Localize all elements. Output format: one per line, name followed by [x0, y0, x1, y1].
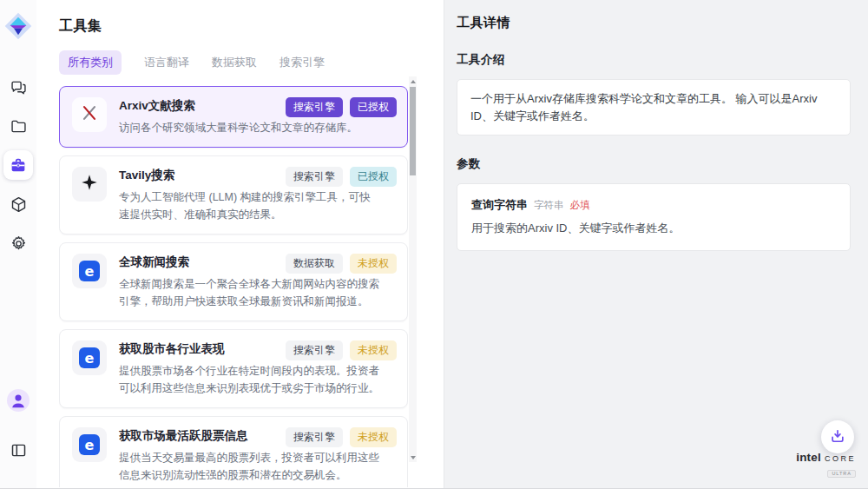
auth-status-badge: 已授权: [350, 167, 397, 187]
user-avatar[interactable]: [7, 389, 30, 412]
arxiv-icon: [80, 103, 99, 126]
collapse-panel-icon[interactable]: [7, 439, 30, 461]
app-logo: [3, 11, 33, 41]
scrollbar[interactable]: [409, 76, 417, 462]
category-tab[interactable]: 数据获取: [212, 50, 257, 75]
scroll-down-icon[interactable]: [409, 453, 417, 461]
tool-card[interactable]: e 获取股市各行业表现 提供股票市场各个行业在特定时间段内的表现。投资者可以利用…: [59, 329, 408, 408]
param-description: 用于搜索的Arxiv ID、关键字或作者姓名。: [471, 221, 836, 236]
category-tabs: 所有类别语言翻译数据获取搜索引擎: [59, 50, 444, 75]
auth-status-badge: 未授权: [350, 254, 397, 274]
intel-core-logo: intelcore ULTRA: [796, 452, 856, 478]
category-tab[interactable]: 所有类别: [59, 50, 122, 75]
tool-card[interactable]: Arxiv文献搜索 访问各个研究领域大量科学论文和文章的存储库。 搜索引擎 已授…: [59, 86, 408, 148]
news-icon: e: [79, 347, 100, 368]
download-icon: [829, 427, 846, 447]
details-title: 工具详情: [457, 15, 851, 31]
intro-text: 一个用于从Arxiv存储库搜索科学论文和文章的工具。 输入可以是Arxiv ID…: [457, 79, 851, 135]
param-required-flag: 必填: [570, 200, 590, 210]
tool-details-panel: 工具详情 工具介绍 一个用于从Arxiv存储库搜索科学论文和文章的工具。 输入可…: [444, 0, 868, 488]
app-window: 工具集 所有类别语言翻译数据获取搜索引擎 Arxiv文献搜索 访问各个研究领域大…: [0, 0, 868, 489]
chat-icon[interactable]: [7, 76, 30, 98]
briefcase-icon[interactable]: [3, 150, 33, 180]
auth-status-badge: 未授权: [350, 340, 397, 360]
toolset-title: 工具集: [59, 17, 444, 36]
tool-description: 专为人工智能代理 (LLM) 构建的搜索引擎工具，可快速提供实时、准确和真实的结…: [119, 188, 379, 223]
cube-icon[interactable]: [7, 193, 30, 215]
news-icon: e: [79, 261, 100, 281]
news-icon: e: [79, 434, 100, 455]
category-badge: 数据获取: [286, 254, 343, 274]
scrollbar-thumb[interactable]: [410, 87, 416, 175]
auth-status-badge: 未授权: [350, 427, 397, 447]
intro-heading: 工具介绍: [457, 52, 851, 68]
category-badge: 搜索引擎: [286, 340, 343, 360]
toolset-panel: 工具集 所有类别语言翻译数据获取搜索引擎 Arxiv文献搜索 访问各个研究领域大…: [36, 0, 444, 488]
auth-status-badge: 已授权: [350, 97, 397, 117]
tool-card[interactable]: e 全球新闻搜索 全球新闻搜索是一个聚合全球各大新闻网站内容的搜索引擎，帮助用户…: [59, 242, 408, 321]
param-type: 字符串: [534, 200, 564, 210]
ultra-badge: ULTRA: [827, 470, 856, 479]
download-button[interactable]: [821, 420, 854, 453]
tool-description: 提供股票市场各个行业在特定时间段内的表现。投资者可以利用这些信息来识别表现优于或…: [119, 362, 379, 397]
tool-description: 全球新闻搜索是一个聚合全球各大新闻网站内容的搜索引擎，帮助用户快速获取全球最新资…: [119, 275, 379, 310]
category-badge: 搜索引擎: [286, 427, 343, 447]
scroll-up-icon[interactable]: [409, 77, 417, 85]
params-heading: 参数: [457, 156, 851, 172]
gear-icon[interactable]: [7, 232, 30, 254]
sidebar: [0, 0, 36, 488]
tool-card[interactable]: e 获取市场最活跃股票信息 提供当天交易量最高的股票列表，投资者可以利用这些信息…: [59, 416, 408, 487]
category-badge: 搜索引擎: [286, 97, 343, 117]
tool-list: Arxiv文献搜索 访问各个研究领域大量科学论文和文章的存储库。 搜索引擎 已授…: [59, 86, 408, 487]
category-tab[interactable]: 搜索引擎: [279, 50, 325, 75]
folder-icon[interactable]: [7, 115, 30, 137]
parameter-card: 查询字符串字符串必填 用于搜索的Arxiv ID、关键字或作者姓名。: [457, 183, 851, 251]
param-name: 查询字符串: [471, 198, 528, 211]
tool-description: 提供当天交易量最高的股票列表，投资者可以利用这些信息来识别流动性强的股票和潜在的…: [119, 449, 379, 484]
category-tab[interactable]: 语言翻译: [144, 50, 189, 75]
sidebar-nav: [3, 76, 33, 271]
category-badge: 搜索引擎: [286, 167, 343, 187]
tool-description: 访问各个研究领域大量科学论文和文章的存储库。: [119, 119, 358, 136]
sparkle-icon: [80, 173, 99, 195]
tool-card[interactable]: Tavily搜索 专为人工智能代理 (LLM) 构建的搜索引擎工具，可快速提供实…: [59, 155, 408, 235]
